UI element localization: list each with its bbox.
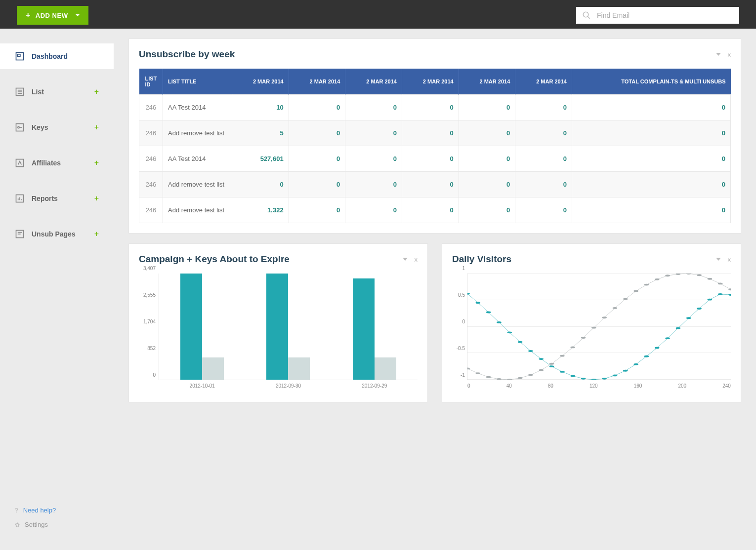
panel-menu-icon[interactable]	[716, 53, 721, 56]
svg-point-25	[528, 350, 533, 352]
help-link[interactable]: ? Need help?	[15, 507, 56, 514]
svg-point-63	[655, 278, 660, 280]
affiliates-icon	[15, 158, 25, 168]
svg-point-64	[665, 275, 670, 276]
add-new-button[interactable]: + ADD NEW	[17, 6, 88, 25]
unsub-icon	[15, 229, 25, 239]
svg-point-59	[613, 307, 618, 309]
table-cell: 0	[345, 146, 402, 172]
x-tick: 2012-09-30	[276, 383, 301, 389]
svg-point-27	[549, 365, 554, 367]
sidebar: DashboardList+Keys+Affiliates+Reports+Un…	[0, 29, 114, 550]
keys-icon	[15, 122, 25, 132]
table-cell: 5	[232, 120, 289, 146]
panel-menu-icon[interactable]	[716, 258, 721, 261]
campaign-panel: Campaign + Keys About to Expire x 08521,…	[128, 243, 428, 402]
svg-point-67	[697, 274, 702, 276]
svg-point-0	[583, 12, 588, 17]
close-icon[interactable]: x	[415, 256, 418, 263]
svg-point-66	[686, 274, 691, 275]
bar	[180, 274, 202, 380]
svg-point-29	[570, 375, 575, 377]
search-input[interactable]	[597, 11, 733, 19]
close-icon[interactable]: x	[728, 51, 731, 58]
svg-point-37	[655, 347, 660, 349]
svg-point-46	[476, 372, 481, 374]
plus-icon[interactable]: +	[94, 87, 99, 96]
table-cell: 246	[139, 197, 163, 223]
x-tick: 160	[634, 383, 642, 389]
table-cell: Add remove test list	[163, 197, 232, 223]
settings-link[interactable]: ✿ Settings	[15, 521, 56, 528]
plus-icon[interactable]: +	[94, 194, 99, 203]
plus-icon[interactable]: +	[94, 158, 99, 167]
plus-icon[interactable]: +	[94, 123, 99, 132]
panel-menu-icon[interactable]	[403, 258, 408, 261]
svg-point-60	[623, 298, 628, 300]
svg-point-24	[518, 341, 523, 343]
table-cell: 0	[345, 95, 402, 120]
svg-point-54	[560, 355, 565, 357]
svg-point-33	[613, 374, 618, 376]
svg-point-45	[467, 367, 470, 369]
plus-icon[interactable]: +	[94, 230, 99, 238]
search-box[interactable]	[576, 7, 739, 24]
unsubscribe-panel: Unsubscribe by week x LIST IDLIST TITLE2…	[128, 39, 741, 234]
table-cell: 0	[402, 197, 459, 223]
add-new-label: ADD NEW	[36, 12, 68, 19]
svg-point-42	[708, 299, 713, 301]
y-tick: 0	[462, 319, 465, 324]
sidebar-item-dashboard[interactable]: Dashboard	[0, 43, 114, 69]
table-cell: 0	[289, 120, 345, 146]
search-icon	[582, 11, 591, 20]
svg-point-50	[518, 377, 523, 379]
svg-point-19	[467, 293, 470, 295]
svg-point-31	[591, 379, 596, 380]
panel-title: Campaign + Keys About to Expire	[139, 254, 290, 265]
svg-point-38	[665, 337, 670, 339]
table-cell: 0	[289, 146, 345, 172]
plus-icon: +	[26, 11, 31, 20]
table-header: TOTAL COMPLAIN-TS & MULTI UNSUBS	[572, 69, 730, 95]
sidebar-item-affiliates[interactable]: Affiliates+	[0, 150, 114, 176]
settings-label: Settings	[25, 521, 48, 528]
sidebar-item-reports[interactable]: Reports+	[0, 186, 114, 211]
svg-point-26	[539, 358, 544, 360]
table-cell: 0	[515, 120, 572, 146]
table-cell: 246	[139, 120, 163, 146]
svg-rect-3	[18, 54, 20, 57]
sidebar-item-unsub-pages[interactable]: Unsub Pages+	[0, 221, 114, 247]
table-cell: 0	[459, 95, 515, 120]
close-icon[interactable]: x	[728, 256, 731, 263]
sidebar-item-label: List	[32, 88, 44, 96]
panel-title: Daily Visitors	[452, 254, 511, 265]
x-tick: 200	[678, 383, 687, 389]
table-cell: Add remove test list	[163, 120, 232, 146]
sidebar-item-list[interactable]: List+	[0, 79, 114, 105]
chevron-down-icon	[76, 14, 80, 16]
table-row: 246Add remove test list1,322000000	[139, 197, 731, 223]
table-cell: 1,322	[232, 197, 289, 223]
table-cell: 0	[289, 172, 345, 197]
svg-point-52	[539, 369, 544, 371]
x-tick: 120	[589, 383, 598, 389]
svg-point-57	[591, 327, 596, 329]
bar	[375, 357, 396, 380]
bar	[288, 357, 310, 380]
svg-point-55	[570, 346, 575, 348]
dashboard-icon	[15, 51, 25, 61]
svg-point-53	[549, 363, 554, 365]
sidebar-item-label: Unsub Pages	[32, 230, 76, 238]
svg-point-58	[602, 316, 607, 318]
y-tick: 1	[462, 266, 465, 271]
table-header: 2 MAR 2014	[459, 69, 515, 95]
svg-point-65	[676, 274, 681, 275]
table-header: LIST TITLE	[163, 69, 232, 95]
y-tick: 0.5	[458, 292, 465, 298]
table-cell: 0	[572, 146, 730, 172]
table-cell: 0	[572, 197, 730, 223]
sidebar-item-keys[interactable]: Keys+	[0, 115, 114, 140]
y-tick: 0	[153, 372, 156, 378]
table-cell: 0	[345, 120, 402, 146]
x-tick: 2012-09-29	[362, 383, 387, 389]
